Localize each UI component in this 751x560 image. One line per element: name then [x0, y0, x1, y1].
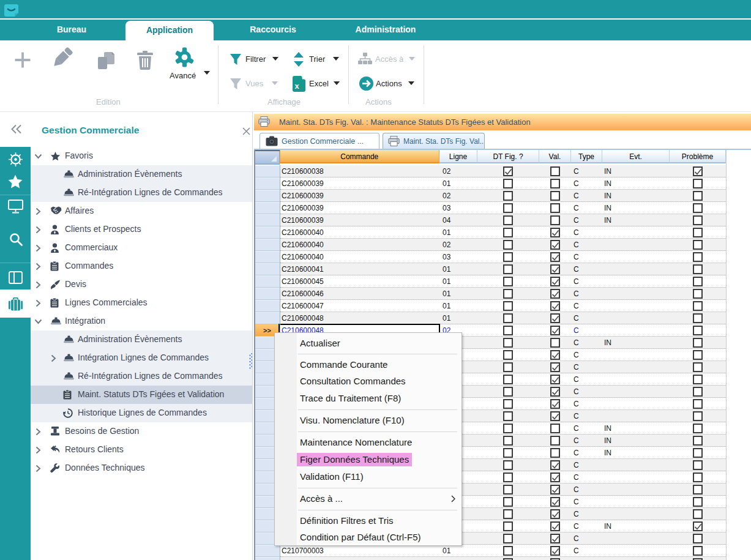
svg-text:x: x: [294, 81, 299, 91]
